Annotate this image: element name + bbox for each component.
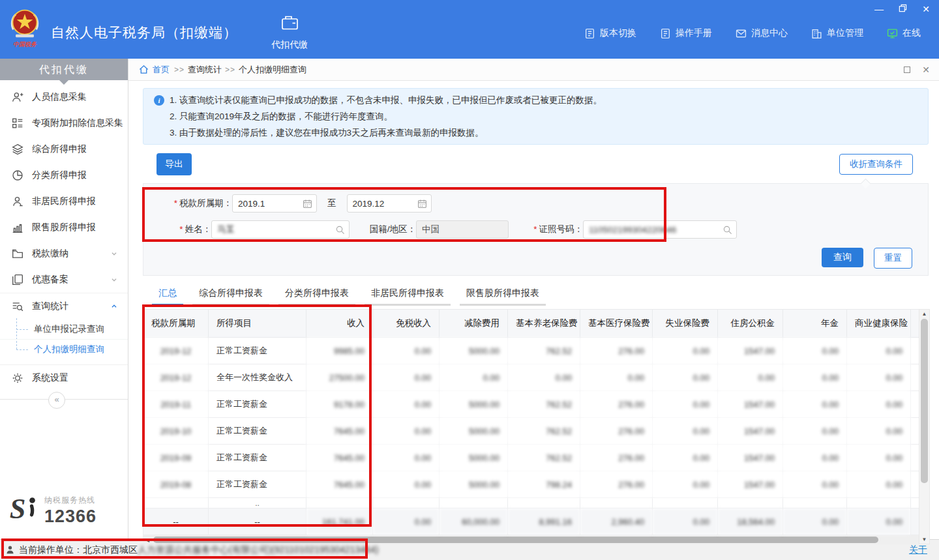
table-cell: 5000.00 bbox=[440, 418, 508, 445]
sidebar-subitem-personal-withholding-detail-query[interactable]: 个人扣缴明细查询 bbox=[0, 339, 128, 359]
bar-chart-icon bbox=[12, 222, 23, 233]
table-cell: 5000.00 bbox=[440, 471, 508, 498]
topnav-org-management[interactable]: 单位管理 bbox=[811, 27, 863, 39]
tab-restricted-stock-return[interactable]: 限售股所得申报表 bbox=[460, 284, 546, 306]
table-cell: 0.00 bbox=[373, 338, 440, 364]
operating-unit-blurred: 人力资源公共服务中心(有限公司)(92110102195304213464) bbox=[138, 544, 378, 556]
sidebar-subitem-unit-declare-record-query[interactable]: 单位申报记录查询 bbox=[0, 319, 128, 339]
restore-icon[interactable] bbox=[897, 4, 908, 14]
table-column-header: 免税收入 bbox=[373, 310, 440, 338]
module-tab-withholding[interactable]: 代扣代缴 bbox=[271, 0, 308, 59]
vertical-scrollbar[interactable]: ▲ ▼ bbox=[919, 309, 930, 544]
home-icon[interactable] bbox=[139, 65, 149, 74]
table-cell: 正常工资薪金 bbox=[209, 471, 306, 498]
notice-line: 1. 该查询统计表仅能查询已申报成功的数据，不包含未申报、申报失败，已申报但已作… bbox=[170, 92, 602, 108]
panel-close-icon[interactable]: ✕ bbox=[922, 65, 930, 74]
table-row[interactable]: 2019-12正常工资薪金9985.000.005000.00762.52276… bbox=[143, 338, 919, 364]
table-column-header: 税款所属期 bbox=[143, 310, 209, 338]
table-cell: 0.00 bbox=[653, 418, 718, 445]
table-viewport: 税款所属期所得项目收入免税收入减除费用基本养老保险费基本医疗保险费失业保险费住房… bbox=[143, 309, 919, 544]
table-cell bbox=[911, 471, 919, 498]
sidebar-item-system-settings[interactable]: 系统设置 bbox=[0, 365, 128, 391]
table-cell bbox=[653, 498, 718, 508]
table-cell: 762.52 bbox=[508, 391, 580, 418]
breadcrumb-home[interactable]: 首页 bbox=[153, 64, 170, 76]
table-summary-cell: 0.00 bbox=[653, 508, 718, 535]
table-cell: 7645.00 bbox=[306, 418, 373, 445]
topnav-version-switch[interactable]: 版本切换 bbox=[584, 27, 636, 39]
topnav-message-center[interactable]: 消息中心 bbox=[736, 27, 788, 39]
period-to-input[interactable]: 2019.12 bbox=[347, 194, 432, 213]
tab-classified-return[interactable]: 分类所得申报表 bbox=[278, 284, 355, 306]
search-list-icon bbox=[12, 301, 23, 312]
sidebar-item-comprehensive-income[interactable]: 综合所得申报 bbox=[0, 136, 128, 162]
search-icon[interactable] bbox=[723, 225, 732, 235]
breadcrumb: 首页 >> 查询统计 >> 个人扣缴明细查询 ✕ bbox=[128, 59, 939, 81]
table-cell: 0.00 bbox=[847, 418, 911, 445]
scroll-up-icon[interactable]: ▲ bbox=[919, 310, 929, 318]
table-cell: 276.00 bbox=[580, 471, 653, 498]
sidebar-item-label: 系统设置 bbox=[32, 372, 68, 384]
scroll-left-icon[interactable]: ◀ bbox=[143, 537, 152, 543]
sidebar-item-preference-filing[interactable]: 优惠备案 bbox=[0, 267, 128, 293]
doc-icon bbox=[660, 28, 671, 39]
sidebar-item-special-deduction[interactable]: 专项附加扣除信息采集 bbox=[0, 110, 128, 136]
id-number-label: 证照号码： bbox=[539, 224, 584, 234]
table-cell: 7645.00 bbox=[306, 445, 373, 471]
filter-panel: *税款所属期： 2019.1 至 2019.12 *姓名： bbox=[143, 183, 929, 276]
period-from-input[interactable]: 2019.1 bbox=[232, 194, 317, 213]
tab-comprehensive-return[interactable]: 综合所得申报表 bbox=[192, 284, 269, 306]
mail-icon bbox=[736, 28, 747, 39]
hotline-number: 12366 bbox=[44, 507, 97, 527]
calendar-icon[interactable] bbox=[303, 199, 312, 209]
about-link[interactable]: 关于 bbox=[909, 544, 927, 556]
id-number-input[interactable]: 110502199304220646 bbox=[583, 220, 737, 239]
collapse-query-button[interactable]: 收折查询条件 bbox=[839, 154, 913, 175]
table-row[interactable]: 2019-11正常工资薪金9178.000.005000.00762.52276… bbox=[143, 391, 919, 418]
table-row[interactable]: 2019-12全年一次性奖金收入27500.000.000.000.000.00… bbox=[143, 364, 919, 391]
export-button[interactable]: 导出 bbox=[156, 153, 192, 175]
sidebar-item-query-statistics[interactable]: 查询统计 bbox=[0, 293, 128, 319]
scroll-down-icon[interactable]: ▼ bbox=[919, 535, 929, 544]
brand: 中国税务 自然人电子税务局（扣缴端） bbox=[0, 0, 237, 59]
table-row[interactable]: 2019-10正常工资薪金7645.000.005000.00762.52276… bbox=[143, 418, 919, 445]
breadcrumb-separator: >> bbox=[225, 65, 235, 74]
hotline-logo: S 纳税服务热线 12366 bbox=[0, 492, 128, 529]
topnav-manual[interactable]: 操作手册 bbox=[660, 27, 712, 39]
sidebar-item-tax-payment[interactable]: 税款缴纳 bbox=[0, 241, 128, 267]
sidebar-item-nonresident-income[interactable]: 非居民所得申报 bbox=[0, 188, 128, 214]
vertical-scroll-thumb[interactable] bbox=[921, 319, 928, 483]
panel-maximize-icon[interactable] bbox=[904, 66, 910, 73]
sidebar-collapse-button[interactable]: « bbox=[48, 392, 65, 409]
user-plus-icon bbox=[12, 91, 23, 103]
query-button[interactable]: 查询 bbox=[822, 248, 863, 267]
sidebar-item-classified-income[interactable]: 分类所得申报 bbox=[0, 162, 128, 188]
period-label: 税款所属期： bbox=[179, 198, 232, 208]
app-title: 自然人电子税务局（扣缴端） bbox=[51, 23, 237, 42]
tab-summary[interactable]: 汇总 bbox=[152, 284, 183, 306]
sidebar-submenu: 单位申报记录查询个人扣缴明细查询 bbox=[0, 319, 128, 365]
close-icon[interactable]: ✕ bbox=[921, 4, 931, 14]
table-row[interactable]: 2019-08正常工资薪金7645.000.005000.00798.24276… bbox=[143, 471, 919, 498]
table-cell: 0.00 bbox=[783, 364, 847, 391]
sidebar-item-restricted-stock[interactable]: 限售股所得申报 bbox=[0, 214, 128, 241]
reset-button[interactable]: 重置 bbox=[874, 248, 912, 269]
table-row[interactable]: 2019-09正常工资薪金7645.000.005000.00762.52276… bbox=[143, 445, 919, 471]
horizontal-scrollbar[interactable]: ◀ bbox=[143, 535, 919, 544]
table-cell bbox=[306, 498, 373, 508]
table-cell: 正常工资薪金 bbox=[209, 338, 306, 364]
table-cell: 1547.00 bbox=[718, 445, 783, 471]
sidebar-item-personnel-info[interactable]: 人员信息采集 bbox=[0, 84, 128, 110]
topnav-label: 版本切换 bbox=[600, 27, 636, 39]
minimize-icon[interactable]: — bbox=[874, 4, 884, 14]
table-summary-row: ----161,741.000.0060,000.008,991.162,960… bbox=[143, 508, 919, 535]
search-icon[interactable] bbox=[335, 225, 345, 235]
tab-nonresident-return[interactable]: 非居民所得申报表 bbox=[365, 284, 451, 306]
name-label: 姓名： bbox=[185, 224, 212, 234]
horizontal-scroll-thumb[interactable] bbox=[153, 537, 878, 543]
calendar-icon[interactable] bbox=[417, 199, 427, 209]
topnav-online[interactable]: 在线 bbox=[887, 27, 921, 39]
name-input[interactable]: 马某 bbox=[211, 220, 350, 239]
copy-icon bbox=[12, 274, 23, 286]
table-cell: 1547.00 bbox=[718, 471, 783, 498]
